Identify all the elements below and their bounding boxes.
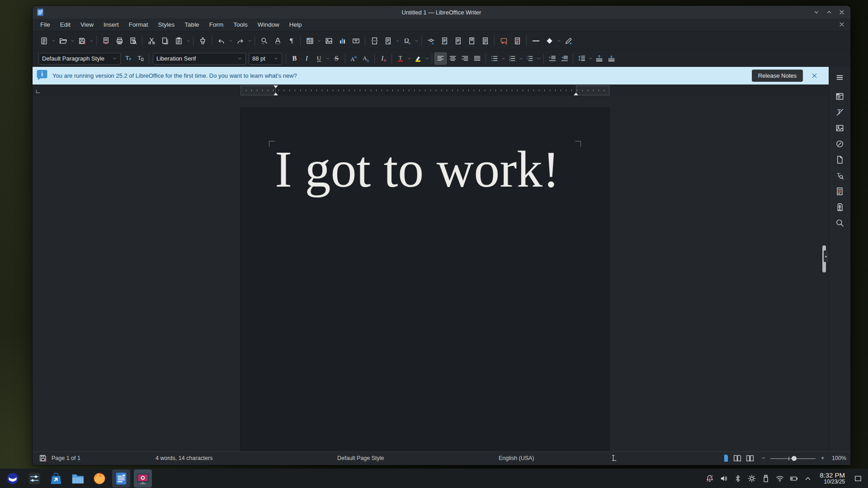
volume-icon[interactable] — [719, 474, 729, 483]
horizontal-ruler[interactable] — [33, 84, 829, 96]
infobar-close-icon[interactable] — [811, 72, 818, 79]
paste-dropdown-arrow[interactable] — [185, 39, 191, 43]
spectacle-taskbar-button[interactable] — [134, 469, 152, 488]
draw-functions-button[interactable] — [561, 34, 575, 47]
strikethrough-button[interactable]: S — [330, 52, 343, 65]
increase-indent-button[interactable] — [546, 52, 558, 65]
insert-field-dropdown-arrow[interactable] — [395, 39, 400, 43]
notifications-muted-icon[interactable] — [705, 474, 715, 483]
highlight-color-button[interactable] — [412, 52, 424, 65]
line-spacing-dropdown-arrow[interactable] — [588, 56, 593, 61]
open-dropdown-arrow[interactable] — [70, 39, 75, 43]
properties-button[interactable] — [833, 89, 847, 103]
outline-list-button[interactable]: I.a. — [524, 52, 536, 65]
insert-comment-button[interactable] — [497, 34, 510, 47]
single-page-view-icon[interactable] — [722, 454, 730, 462]
undo-button[interactable] — [214, 34, 228, 47]
accessibility-check-button[interactable] — [833, 200, 847, 214]
spelling-button[interactable] — [271, 34, 284, 47]
show-desktop-button[interactable] — [853, 473, 863, 484]
release-notes-button[interactable]: Release Notes — [752, 70, 803, 82]
zoom-level[interactable]: 100% — [832, 455, 846, 461]
text-language[interactable]: English (USA) — [499, 455, 534, 461]
highlight-color-dropdown-arrow[interactable] — [424, 56, 429, 61]
maximize-icon[interactable] — [826, 9, 832, 15]
print-preview-button[interactable] — [126, 34, 140, 47]
update-style-button[interactable]: T — [122, 52, 134, 65]
new-style-button[interactable]: T — [134, 52, 146, 65]
undo-dropdown-arrow[interactable] — [228, 39, 233, 43]
minimize-icon[interactable] — [813, 9, 820, 15]
align-center-button[interactable] — [447, 52, 459, 65]
file-manager-taskbar-button[interactable] — [69, 469, 87, 488]
insert-special-character-dropdown-arrow[interactable] — [414, 39, 419, 43]
sidebar-settings-button[interactable] — [833, 70, 847, 84]
zoom-slider[interactable] — [770, 458, 816, 459]
export-pdf-button[interactable] — [99, 34, 113, 47]
libreoffice-writer-taskbar-button[interactable] — [112, 469, 130, 488]
track-changes-button[interactable] — [510, 34, 524, 47]
gallery-button[interactable] — [833, 121, 847, 135]
menu-window[interactable]: Window — [253, 19, 284, 31]
line-spacing-button[interactable] — [576, 52, 588, 65]
insert-chart-button[interactable] — [335, 34, 349, 47]
insert-image-button[interactable] — [322, 34, 335, 47]
sidebar-collapse-arrow[interactable]: ▸ — [824, 250, 829, 262]
ordered-list-button[interactable]: 123 — [506, 52, 518, 65]
outline-list-dropdown-arrow[interactable] — [536, 56, 541, 61]
clone-formatting-button[interactable] — [196, 34, 209, 47]
menu-view[interactable]: View — [75, 19, 99, 31]
find-replace-button[interactable] — [257, 34, 271, 47]
tab-stop-type-icon[interactable] — [36, 90, 40, 93]
page-button[interactable] — [833, 153, 847, 166]
style-inspector-button[interactable]: T — [833, 169, 847, 182]
close-icon[interactable] — [839, 9, 845, 15]
brightness-icon[interactable] — [747, 474, 757, 483]
insert-cross-reference-button[interactable] — [478, 34, 492, 47]
paste-button[interactable] — [172, 34, 185, 47]
align-left-button[interactable] — [434, 52, 447, 65]
book-view-icon[interactable] — [746, 454, 754, 462]
insert-field-button[interactable] — [381, 34, 395, 47]
menu-insert[interactable]: Insert — [99, 19, 124, 31]
firefox-taskbar-button[interactable] — [90, 469, 108, 488]
document-canvas[interactable]: I got to work! ▸ — [33, 96, 829, 451]
save-button[interactable] — [75, 34, 89, 47]
vertical-scrollbar[interactable] — [821, 96, 827, 451]
menu-form[interactable]: Form — [204, 19, 229, 31]
menu-format[interactable]: Format — [124, 19, 153, 31]
wifi-icon[interactable] — [775, 474, 785, 483]
menu-table[interactable]: Table — [179, 19, 204, 31]
insert-hyperlink-button[interactable] — [424, 34, 438, 47]
insert-footnote-button[interactable]: 1 — [438, 34, 451, 47]
menu-styles[interactable]: Styles — [153, 19, 180, 31]
redo-button[interactable] — [233, 34, 247, 47]
save-status-icon[interactable] — [39, 454, 47, 462]
decrease-indent-button[interactable] — [558, 52, 571, 65]
insert-text-box-button[interactable] — [349, 34, 363, 47]
navigator-button[interactable] — [833, 137, 847, 150]
bullet-list-button[interactable] — [488, 52, 500, 65]
superscript-button[interactable]: AB — [348, 52, 360, 65]
document-page[interactable]: I got to work! — [241, 108, 609, 451]
formatting-marks-button[interactable]: ¶ — [284, 34, 298, 47]
system-settings-taskbar-button[interactable] — [25, 469, 43, 488]
print-button[interactable] — [113, 34, 126, 47]
find-button[interactable] — [833, 216, 847, 230]
insert-table-button[interactable] — [303, 34, 316, 47]
titlebar[interactable]: Untitled 1 — LibreOffice Writer — [33, 6, 850, 19]
selection-mode-icon[interactable] — [609, 454, 617, 462]
zoom-out-button[interactable]: − — [762, 455, 765, 461]
bluetooth-icon[interactable] — [733, 474, 743, 483]
insert-endnote-button[interactable]: i — [451, 34, 465, 47]
italic-button[interactable]: I — [301, 52, 313, 65]
battery-icon[interactable] — [789, 474, 799, 483]
font-size-combo[interactable]: 88 pt — [249, 53, 282, 65]
menu-file[interactable]: File — [35, 19, 55, 31]
tray-expand-icon[interactable] — [803, 474, 813, 483]
bold-button[interactable]: B — [288, 52, 301, 65]
copy-button[interactable] — [158, 34, 172, 47]
insert-page-break-button[interactable] — [368, 34, 381, 47]
justify-button[interactable] — [471, 52, 483, 65]
new-document-dropdown-arrow[interactable] — [51, 39, 56, 43]
